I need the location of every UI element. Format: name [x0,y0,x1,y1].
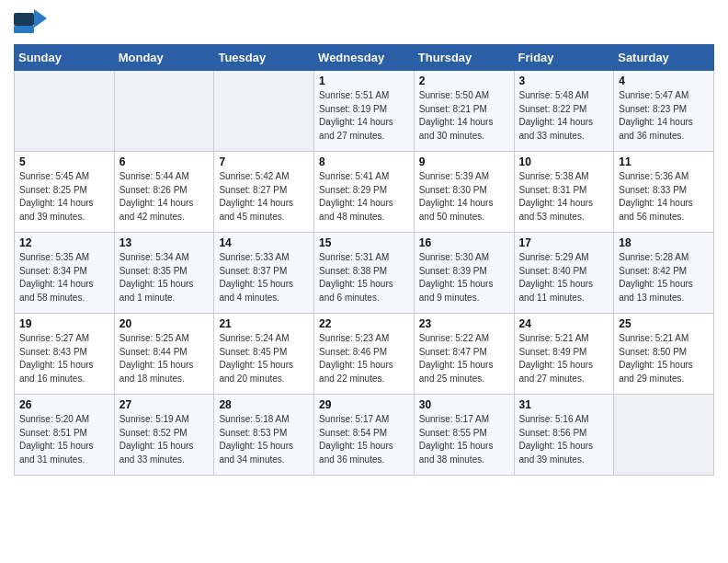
logo [14,9,49,39]
calendar-cell: 25Sunrise: 5:21 AMSunset: 8:50 PMDayligh… [614,314,714,395]
calendar-cell: 13Sunrise: 5:34 AMSunset: 8:35 PMDayligh… [114,233,214,314]
day-number: 5 [19,155,109,168]
cell-content: Sunrise: 5:17 AMSunset: 8:54 PMDaylight:… [319,413,409,466]
day-number: 28 [219,398,309,411]
cell-content: Sunrise: 5:45 AMSunset: 8:25 PMDaylight:… [19,170,109,224]
calendar-table: SundayMondayTuesdayWednesdayThursdayFrid… [14,44,714,476]
cell-content: Sunrise: 5:19 AMSunset: 8:52 PMDaylight:… [119,413,210,466]
cell-content: Sunrise: 5:27 AMSunset: 8:43 PMDaylight:… [19,332,109,385]
day-number: 14 [219,236,309,249]
calendar-cell: 4Sunrise: 5:47 AMSunset: 8:23 PMDaylight… [614,71,714,152]
day-number: 24 [519,317,609,330]
day-number: 9 [419,155,509,168]
calendar-cell: 8Sunrise: 5:41 AMSunset: 8:29 PMDaylight… [314,152,415,233]
cell-content: Sunrise: 5:30 AMSunset: 8:39 PMDaylight:… [419,251,509,304]
cell-content: Sunrise: 5:34 AMSunset: 8:35 PMDaylight:… [119,251,210,304]
calendar-cell: 20Sunrise: 5:25 AMSunset: 8:44 PMDayligh… [114,314,214,395]
calendar-cell: 5Sunrise: 5:45 AMSunset: 8:25 PMDaylight… [15,152,115,233]
day-number: 7 [219,155,309,168]
day-number: 21 [219,317,309,330]
calendar-cell: 19Sunrise: 5:27 AMSunset: 8:43 PMDayligh… [15,314,115,395]
svg-rect-0 [14,13,34,26]
cell-content: Sunrise: 5:36 AMSunset: 8:33 PMDaylight:… [619,170,709,224]
weekday-header-monday: Monday [114,45,214,71]
day-number: 18 [619,236,709,249]
day-number: 23 [419,317,509,330]
cell-content: Sunrise: 5:31 AMSunset: 8:38 PMDaylight:… [319,251,409,304]
day-number: 16 [419,236,509,249]
cell-content: Sunrise: 5:48 AMSunset: 8:22 PMDaylight:… [519,89,609,143]
day-number: 27 [119,398,210,411]
calendar-cell: 31Sunrise: 5:16 AMSunset: 8:56 PMDayligh… [514,395,614,476]
logo-icon [14,9,47,39]
cell-content: Sunrise: 5:21 AMSunset: 8:49 PMDaylight:… [519,332,609,385]
cell-content: Sunrise: 5:29 AMSunset: 8:40 PMDaylight:… [519,251,609,304]
calendar-cell: 10Sunrise: 5:38 AMSunset: 8:31 PMDayligh… [514,152,614,233]
weekday-header-saturday: Saturday [614,45,714,71]
cell-content: Sunrise: 5:42 AMSunset: 8:27 PMDaylight:… [219,170,309,224]
calendar-cell: 23Sunrise: 5:22 AMSunset: 8:47 PMDayligh… [414,314,514,395]
calendar-cell: 1Sunrise: 5:51 AMSunset: 8:19 PMDaylight… [314,71,415,152]
day-number: 30 [419,398,509,411]
day-number: 10 [519,155,609,168]
cell-content: Sunrise: 5:28 AMSunset: 8:42 PMDaylight:… [619,251,709,304]
weekday-header-thursday: Thursday [414,45,514,71]
calendar-cell: 22Sunrise: 5:23 AMSunset: 8:46 PMDayligh… [314,314,415,395]
day-number: 12 [19,236,109,249]
day-number: 2 [419,75,509,87]
cell-content: Sunrise: 5:41 AMSunset: 8:29 PMDaylight:… [319,170,409,224]
calendar-cell: 24Sunrise: 5:21 AMSunset: 8:49 PMDayligh… [514,314,614,395]
day-number: 29 [319,398,409,411]
day-number: 4 [619,75,709,87]
cell-content: Sunrise: 5:24 AMSunset: 8:45 PMDaylight:… [219,332,309,385]
calendar-cell [214,71,314,152]
day-number: 31 [519,398,609,411]
day-number: 26 [19,398,109,411]
calendar-cell: 30Sunrise: 5:17 AMSunset: 8:55 PMDayligh… [414,395,514,476]
calendar-cell: 18Sunrise: 5:28 AMSunset: 8:42 PMDayligh… [614,233,714,314]
day-number: 17 [519,236,609,249]
cell-content: Sunrise: 5:51 AMSunset: 8:19 PMDaylight:… [319,89,409,143]
calendar-cell: 27Sunrise: 5:19 AMSunset: 8:52 PMDayligh… [114,395,214,476]
cell-content: Sunrise: 5:50 AMSunset: 8:21 PMDaylight:… [419,89,509,143]
calendar-cell: 28Sunrise: 5:18 AMSunset: 8:53 PMDayligh… [214,395,314,476]
day-number: 8 [319,155,409,168]
cell-content: Sunrise: 5:33 AMSunset: 8:37 PMDaylight:… [219,251,309,304]
header [14,9,714,39]
calendar-cell [614,395,714,476]
calendar-cell [15,71,115,152]
weekday-header-wednesday: Wednesday [314,45,415,71]
day-number: 19 [19,317,109,330]
day-number: 25 [619,317,709,330]
cell-content: Sunrise: 5:21 AMSunset: 8:50 PMDaylight:… [619,332,709,385]
calendar-cell: 6Sunrise: 5:44 AMSunset: 8:26 PMDaylight… [114,152,214,233]
day-number: 6 [119,155,210,168]
weekday-header-sunday: Sunday [15,45,115,71]
cell-content: Sunrise: 5:16 AMSunset: 8:56 PMDaylight:… [519,413,609,466]
cell-content: Sunrise: 5:17 AMSunset: 8:55 PMDaylight:… [419,413,509,466]
calendar-cell: 21Sunrise: 5:24 AMSunset: 8:45 PMDayligh… [214,314,314,395]
svg-rect-1 [14,26,34,33]
calendar-cell: 14Sunrise: 5:33 AMSunset: 8:37 PMDayligh… [214,233,314,314]
calendar-cell: 17Sunrise: 5:29 AMSunset: 8:40 PMDayligh… [514,233,614,314]
weekday-header-tuesday: Tuesday [214,45,314,71]
calendar-cell: 7Sunrise: 5:42 AMSunset: 8:27 PMDaylight… [214,152,314,233]
calendar-cell: 26Sunrise: 5:20 AMSunset: 8:51 PMDayligh… [15,395,115,476]
calendar-cell: 11Sunrise: 5:36 AMSunset: 8:33 PMDayligh… [614,152,714,233]
day-number: 13 [119,236,210,249]
calendar-cell: 9Sunrise: 5:39 AMSunset: 8:30 PMDaylight… [414,152,514,233]
day-number: 22 [319,317,409,330]
calendar-cell: 3Sunrise: 5:48 AMSunset: 8:22 PMDaylight… [514,71,614,152]
svg-marker-2 [34,9,47,28]
cell-content: Sunrise: 5:38 AMSunset: 8:31 PMDaylight:… [519,170,609,224]
day-number: 11 [619,155,709,168]
calendar-cell: 29Sunrise: 5:17 AMSunset: 8:54 PMDayligh… [314,395,415,476]
calendar-cell: 2Sunrise: 5:50 AMSunset: 8:21 PMDaylight… [414,71,514,152]
cell-content: Sunrise: 5:25 AMSunset: 8:44 PMDaylight:… [119,332,210,385]
calendar-cell: 15Sunrise: 5:31 AMSunset: 8:38 PMDayligh… [314,233,415,314]
cell-content: Sunrise: 5:23 AMSunset: 8:46 PMDaylight:… [319,332,409,385]
calendar-cell: 16Sunrise: 5:30 AMSunset: 8:39 PMDayligh… [414,233,514,314]
cell-content: Sunrise: 5:22 AMSunset: 8:47 PMDaylight:… [419,332,509,385]
cell-content: Sunrise: 5:47 AMSunset: 8:23 PMDaylight:… [619,89,709,143]
cell-content: Sunrise: 5:35 AMSunset: 8:34 PMDaylight:… [19,251,109,304]
